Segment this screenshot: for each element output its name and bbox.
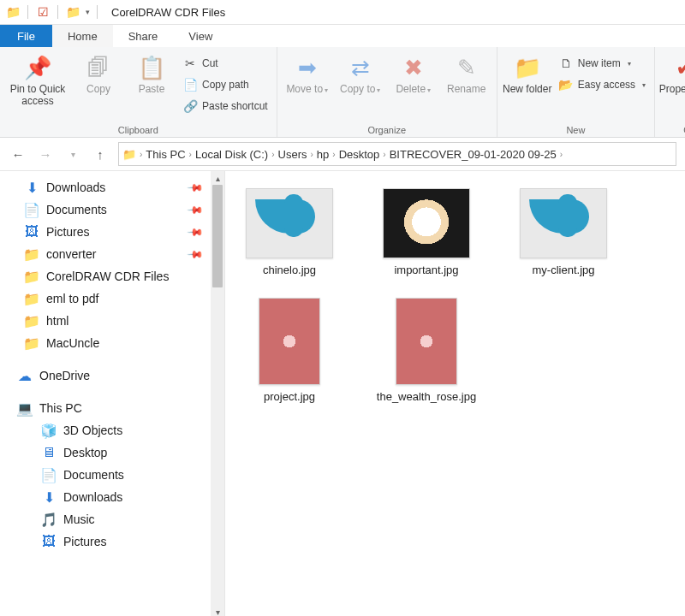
sidebar-item[interactable]: ⬇Downloads📌 — [9, 176, 224, 198]
breadcrumb-bar[interactable]: 📁 › This PC› Local Disk (C:)› Users› hp›… — [118, 142, 676, 166]
properties-button[interactable]: ✔ Properties▾ — [660, 50, 685, 97]
sidebar-item[interactable]: 📄Documents — [9, 464, 224, 486]
sidebar-item-label: Music — [63, 512, 95, 526]
sidebar-item[interactable]: 🖼Pictures — [9, 530, 224, 553]
easy-access-button[interactable]: 📂Easy access▾ — [556, 75, 649, 94]
crumb[interactable]: Users — [278, 148, 307, 161]
chevron-right-icon[interactable]: › — [270, 150, 276, 159]
folder-icon: 📁 — [24, 313, 39, 329]
forward-button[interactable]: → — [36, 145, 55, 163]
pic-icon: 🖼 — [24, 224, 39, 240]
sidebar-item[interactable]: 📄Documents📌 — [9, 198, 224, 221]
new-item-button[interactable]: 🗋New item▾ — [556, 54, 649, 73]
chevron-right-icon[interactable]: › — [188, 150, 194, 159]
chevron-right-icon[interactable]: › — [331, 150, 337, 159]
sidebar-item-label: Downloads — [46, 181, 105, 194]
pin-icon: 📌 — [187, 201, 205, 219]
tab-home[interactable]: Home — [52, 25, 113, 47]
copy-path-button[interactable]: 📄Copy path — [180, 75, 271, 94]
tab-view[interactable]: View — [173, 25, 228, 47]
properties-qat-icon[interactable]: ☑ — [35, 4, 51, 20]
sidebar-thispc[interactable]: 💻This PC — [9, 397, 224, 419]
rename-button[interactable]: ✎ Rename — [442, 50, 491, 95]
sidebar-item[interactable]: 🎵Music — [9, 508, 224, 530]
crumb[interactable]: Desktop — [339, 148, 380, 161]
pin-icon: 📌 — [187, 246, 205, 264]
nav-sidebar: ⬇Downloads📌📄Documents📌🖼Pictures📌📁convert… — [0, 171, 225, 616]
tab-file[interactable]: File — [0, 25, 52, 47]
pin-quick-access-button[interactable]: 📌 Pin to Quick access — [5, 50, 70, 107]
music-icon: 🎵 — [41, 512, 57, 527]
doc-icon: 📄 — [41, 467, 57, 483]
ribbon-tabs: File Home Share View — [0, 25, 685, 47]
sidebar-item[interactable]: 🖥Desktop — [9, 441, 224, 464]
pc-icon: 💻 — [17, 400, 33, 416]
group-clipboard: 📌 Pin to Quick access 🗐 Copy 📋 Paste ✂Cu… — [0, 47, 277, 137]
divider — [57, 5, 58, 19]
back-button[interactable]: ← — [9, 145, 27, 163]
folder-icon: 📁 — [5, 4, 21, 20]
easy-access-icon: 📂 — [559, 78, 573, 92]
copy-to-button[interactable]: ⇄ Copy to▾ — [336, 50, 385, 97]
delete-icon: ✖ — [400, 54, 427, 81]
download-icon: ⬇ — [41, 489, 57, 505]
file-thumbnail — [383, 188, 470, 258]
file-item[interactable]: the_wealth_rose.jpg — [371, 298, 482, 404]
group-open: ✔ Properties▾ Open — [655, 47, 685, 137]
file-item[interactable]: important.jpg — [371, 188, 482, 277]
file-thumbnail — [520, 188, 607, 258]
folder-icon: 📁 — [65, 4, 80, 20]
file-name-label: project.jpg — [264, 390, 315, 404]
sidebar-onedrive[interactable]: ☁OneDrive — [9, 364, 224, 387]
sidebar-item[interactable]: 📁MacUncle — [9, 332, 224, 354]
delete-button[interactable]: ✖ Delete▾ — [389, 50, 438, 97]
copy-button[interactable]: 🗐 Copy — [74, 50, 123, 95]
tab-share[interactable]: Share — [113, 25, 174, 47]
chevron-right-icon[interactable]: › — [558, 150, 564, 159]
recent-dropdown[interactable]: ▾ — [63, 145, 82, 163]
new-folder-button[interactable]: 📁 New folder — [503, 50, 552, 95]
sidebar-item-label: converter — [46, 247, 96, 261]
sidebar-item-label: Documents — [46, 203, 107, 216]
desktop-icon: 🖥 — [41, 445, 57, 460]
sidebar-item-label: CorelDRAW CDR Files — [46, 270, 169, 283]
qat-dropdown-icon[interactable]: ▾ — [86, 8, 90, 16]
up-button[interactable]: ↑ — [91, 145, 110, 163]
sidebar-item[interactable]: 📁html — [9, 310, 224, 332]
paste-button[interactable]: 📋 Paste — [127, 50, 176, 95]
file-item[interactable]: my-client.jpg — [508, 188, 619, 277]
copy-icon: 🗐 — [85, 54, 112, 81]
chevron-right-icon[interactable]: › — [381, 150, 387, 159]
cut-button[interactable]: ✂Cut — [180, 54, 271, 73]
chevron-right-icon[interactable]: › — [308, 150, 314, 159]
move-to-button[interactable]: ➡ Move to▾ — [283, 50, 332, 97]
sidebar-item[interactable]: ⬇Downloads — [9, 486, 224, 508]
sidebar-item[interactable]: 📁eml to pdf — [9, 287, 224, 310]
paste-shortcut-button[interactable]: 🔗Paste shortcut — [180, 97, 271, 116]
sidebar-item[interactable]: 🖼Pictures📌 — [9, 221, 224, 243]
crumb[interactable]: This PC — [146, 148, 185, 161]
sidebar-item-label: Documents — [63, 468, 124, 482]
file-item[interactable]: chinelo.jpg — [234, 188, 345, 277]
folder-icon: 📁 — [24, 291, 39, 306]
sidebar-item[interactable]: 📁converter📌 — [9, 243, 224, 265]
folder-icon: 📁 — [122, 148, 136, 161]
copy-path-icon: 📄 — [183, 78, 197, 92]
scroll-up-icon[interactable]: ▴ — [211, 171, 224, 185]
scroll-thumb[interactable] — [212, 185, 223, 287]
sidebar-item[interactable]: 🧊3D Objects — [9, 419, 224, 441]
address-bar-row: ← → ▾ ↑ 📁 › This PC› Local Disk (C:)› Us… — [0, 138, 685, 171]
chevron-right-icon[interactable]: › — [138, 150, 144, 159]
crumb[interactable]: BITRECOVER_09-01-2020 09-25 — [390, 148, 557, 161]
onedrive-icon: ☁ — [17, 368, 33, 383]
paste-icon: 📋 — [138, 54, 165, 81]
sidebar-item[interactable]: 📁CorelDRAW CDR Files — [9, 265, 224, 287]
file-content-area[interactable]: chinelo.jpg important.jpg my-client.jpg … — [225, 171, 685, 616]
sidebar-item-label: Pictures — [63, 535, 107, 548]
scroll-down-icon[interactable]: ▾ — [211, 605, 224, 616]
file-item[interactable]: project.jpg — [234, 298, 345, 404]
sidebar-scrollbar[interactable]: ▴ ▾ — [211, 171, 224, 616]
folder-icon: 📁 — [24, 269, 39, 284]
crumb[interactable]: hp — [317, 148, 329, 161]
crumb[interactable]: Local Disk (C:) — [195, 148, 268, 161]
